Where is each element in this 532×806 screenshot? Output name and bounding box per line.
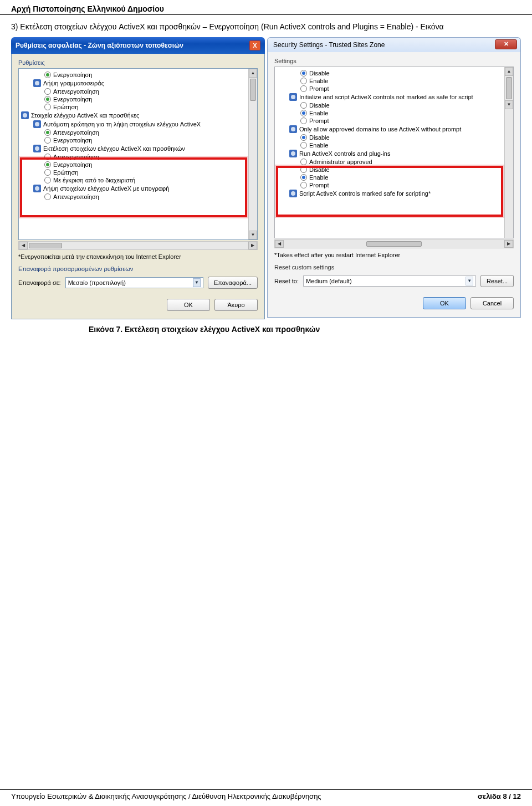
radio-icon	[44, 104, 51, 110]
radio-icon	[300, 142, 307, 149]
tree-node[interactable]: Στοιχεία ελέγχου ActiveX και προσθήκες	[20, 111, 256, 120]
radio-option[interactable]: Ενεργοποίηση	[20, 136, 256, 144]
gear-icon	[33, 79, 41, 87]
radio-option[interactable]: Disable	[276, 166, 512, 174]
tree-node[interactable]: Λήψη στοιχείων ελέγχου ActiveX με υπογρα…	[20, 184, 256, 193]
chevron-down-icon[interactable]: ▼	[466, 277, 473, 285]
restart-note: *Takes effect after you restart Internet…	[274, 252, 514, 258]
radio-option[interactable]: Administrator approved	[276, 158, 512, 166]
cancel-button[interactable]: Cancel	[470, 297, 514, 309]
radio-option[interactable]: Απενεργοποίηση	[20, 193, 256, 201]
titlebar-text: Security Settings - Trusted Sites Zone	[273, 41, 385, 49]
ok-button[interactable]: OK	[423, 297, 466, 309]
radio-icon	[44, 193, 51, 200]
radio-option[interactable]: Enable	[276, 141, 512, 149]
ok-button[interactable]: OK	[167, 299, 210, 311]
radio-option[interactable]: Enable	[276, 109, 512, 117]
scroll-thumb[interactable]	[29, 243, 62, 248]
radio-icon	[44, 96, 51, 103]
restart-note: *Ενεργοποιείται μετά την επανεκκίνηση το…	[18, 253, 258, 260]
settings-tree-greek[interactable]: Ενεργοποίηση Λήψη γραμματοσειράς Απενεργ…	[18, 68, 258, 240]
radio-icon	[300, 70, 307, 76]
scroll-up-icon[interactable]: ▲	[505, 67, 513, 76]
radio-option[interactable]: Ενεργοποίηση	[20, 95, 256, 103]
titlebar-english[interactable]: Security Settings - Trusted Sites Zone ✕	[267, 37, 521, 52]
scrollbar-vertical[interactable]: ▲ ▼	[248, 69, 257, 239]
reset-level-combo[interactable]: Medium (default) ▼	[303, 276, 476, 287]
radio-option[interactable]: Disable	[276, 134, 512, 141]
gear-icon	[21, 111, 29, 119]
radio-icon	[300, 166, 307, 173]
reset-button[interactable]: Επαναφορά...	[208, 277, 258, 289]
scroll-thumb[interactable]	[366, 241, 422, 247]
gear-icon	[33, 120, 41, 128]
scroll-up-icon[interactable]: ▲	[249, 69, 257, 78]
dialog-buttons: OK Cancel	[274, 297, 514, 309]
radio-option[interactable]: Enable	[276, 77, 512, 85]
scroll-right-icon[interactable]: ▶	[504, 240, 513, 248]
dialog-english: Security Settings - Trusted Sites Zone ✕…	[267, 37, 521, 319]
tree-node-highlighted[interactable]: Εκτέλεση στοιχείων ελέγχου ActiveX και π…	[20, 144, 256, 153]
chevron-down-icon[interactable]: ▼	[193, 278, 201, 287]
radio-icon	[44, 72, 51, 78]
radio-option[interactable]: Απενεργοποίηση	[20, 129, 256, 136]
radio-option[interactable]: Με έγκριση από το διαχειριστή	[20, 176, 256, 184]
gear-icon	[289, 93, 297, 101]
scroll-thumb[interactable]	[250, 79, 256, 101]
radio-icon	[44, 161, 51, 168]
scrollbar-horizontal[interactable]: ◀ ▶	[274, 239, 514, 248]
radio-icon	[44, 129, 51, 136]
radio-option[interactable]: Prompt	[276, 181, 512, 189]
scroll-left-icon[interactable]: ◀	[275, 240, 284, 248]
tree-node[interactable]: Script ActiveX controls marked safe for …	[276, 189, 512, 198]
reset-level-combo[interactable]: Μεσαίο (προεπιλογή) ▼	[65, 277, 203, 288]
gear-icon	[289, 150, 297, 157]
tree-node[interactable]: Initialize and script ActiveX controls n…	[276, 93, 512, 101]
radio-icon	[44, 88, 51, 95]
scroll-thumb[interactable]	[506, 77, 512, 99]
page-header: Αρχή Πιστοποίησης Ελληνικού Δημοσίου	[0, 0, 532, 15]
dialog-buttons: OK Άκυρο	[18, 299, 258, 311]
radio-option[interactable]: Enable	[276, 174, 512, 181]
radio-icon	[44, 177, 51, 183]
titlebar-greek[interactable]: Ρυθμίσεις ασφαλείας - Ζώνη αξιόπιστων το…	[11, 37, 265, 54]
scroll-down-icon[interactable]: ▼	[249, 231, 257, 239]
radio-option[interactable]: Prompt	[276, 85, 512, 93]
radio-option[interactable]: Ενεργοποίηση	[20, 71, 256, 79]
reset-to-label: Επαναφορά σε:	[18, 279, 61, 286]
scroll-down-icon[interactable]: ▼	[505, 100, 513, 109]
scroll-left-icon[interactable]: ◀	[19, 242, 28, 249]
reset-group-label: Reset custom settings	[274, 264, 514, 271]
tree-node[interactable]: Only allow approved domains to use Activ…	[276, 125, 512, 134]
reset-row: Επαναφορά σε: Μεσαίο (προεπιλογή) ▼ Επαν…	[18, 277, 258, 289]
radio-option[interactable]: Ερώτηση	[20, 103, 256, 111]
radio-icon	[300, 110, 307, 116]
radio-option[interactable]: Ερώτηση	[20, 169, 256, 176]
gear-icon	[289, 125, 297, 133]
radio-option[interactable]: Disable	[276, 101, 512, 109]
cancel-button[interactable]: Άκυρο	[214, 299, 258, 311]
radio-option[interactable]: Απενεργοποίηση	[20, 88, 256, 95]
tree-node-highlighted[interactable]: Run ActiveX controls and plug-ins	[276, 149, 512, 158]
scrollbar-horizontal[interactable]: ◀ ▶	[18, 241, 258, 250]
radio-icon	[300, 174, 307, 181]
instruction-text: 3) Εκτέλεση στοιχείων ελέγχου ActiveX κα…	[11, 22, 521, 33]
reset-button[interactable]: Reset...	[480, 275, 514, 287]
scrollbar-vertical[interactable]: ▲ ▼	[504, 67, 513, 238]
tree-node[interactable]: Λήψη γραμματοσειράς	[20, 79, 256, 88]
radio-option[interactable]: Απενεργοποίηση	[20, 153, 256, 161]
close-icon[interactable]: X	[249, 40, 260, 50]
tree-node[interactable]: Αυτόματη ερώτηση για τη λήψη στοιχείων ε…	[20, 120, 256, 129]
radio-option[interactable]: Ενεργοποίηση	[20, 161, 256, 169]
reset-group-label: Επαναφορά προσαρμοσμένων ρυθμίσεων	[18, 266, 258, 272]
settings-tree-english[interactable]: Disable Enable Prompt Initialize and scr…	[274, 67, 514, 238]
radio-icon	[300, 102, 307, 109]
figure-caption: Εικόνα 7. Εκτέλεση στοιχείων ελέγχου Act…	[11, 319, 521, 334]
close-icon[interactable]: ✕	[495, 39, 517, 49]
scroll-right-icon[interactable]: ▶	[248, 242, 257, 249]
titlebar-text: Ρυθμίσεις ασφαλείας - Ζώνη αξιόπιστων το…	[16, 42, 183, 49]
radio-option[interactable]: Prompt	[276, 117, 512, 125]
radio-icon	[44, 154, 51, 160]
radio-icon	[300, 159, 307, 165]
radio-option[interactable]: Disable	[276, 69, 512, 77]
